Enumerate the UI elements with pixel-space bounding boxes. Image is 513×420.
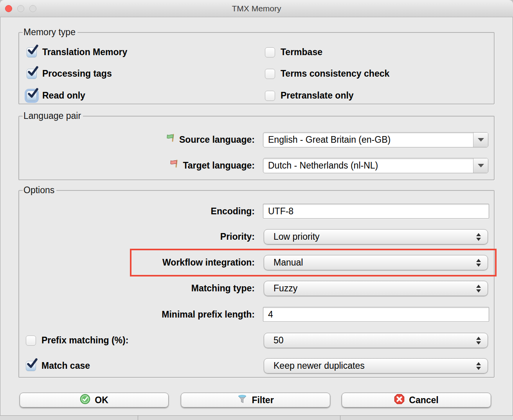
source-language-label: Source language: [179, 135, 255, 145]
stepper-arrows-icon [476, 233, 481, 241]
priority-labelrow: Priority: [220, 229, 255, 244]
checkbox-row-termbase[interactable]: Termbase [265, 47, 322, 57]
window-title: TMX Memory [232, 4, 281, 13]
processing-tags-checkbox[interactable] [27, 69, 37, 79]
processing-tags-label: Processing tags [42, 68, 112, 79]
checkbox-row-read-only[interactable]: Read only [27, 90, 85, 101]
minimal-prefix-length-labelrow: Minimal prefix length: [162, 307, 255, 322]
read-only-checkbox[interactable] [27, 91, 37, 101]
terms-consistency-check-label: Terms consistency check [281, 68, 389, 79]
checkbox-row-translation-memory[interactable]: Translation Memory [27, 47, 127, 57]
matching-type-labelrow: Matching type: [191, 281, 255, 296]
target-language-labelrow: Target language: [169, 158, 255, 173]
ok-button[interactable]: OK [20, 393, 169, 407]
stepper-arrows-icon [476, 362, 481, 370]
close-window-button[interactable] [5, 5, 12, 12]
prefix-matching-label: Prefix matching (%): [41, 335, 128, 346]
match-case-checkbox[interactable] [26, 361, 36, 371]
duplicates-dropdown[interactable]: Keep newer duplicates [264, 358, 488, 373]
target-language-label: Target language: [183, 160, 255, 171]
priority-label: Priority: [220, 232, 255, 242]
green-flag-icon [166, 133, 176, 146]
zoom-window-button [29, 5, 36, 12]
workflow-integration-value: Manual [274, 255, 303, 270]
ok-button-label: OK [95, 395, 108, 406]
prefix-matching-checkbox[interactable] [26, 336, 36, 346]
workflow-integration-label: Workflow integration: [162, 257, 255, 268]
stepper-arrows-icon [476, 337, 481, 345]
priority-value: Low priority [274, 230, 320, 244]
minimize-window-button [17, 5, 24, 12]
checkmark-icon [26, 358, 39, 372]
source-language-dropdown-button[interactable] [473, 133, 488, 147]
filter-button[interactable]: Filter [181, 393, 330, 407]
window-edge-tick [340, 416, 340, 420]
prefix-matching-dropdown[interactable]: 50 [264, 333, 488, 348]
encoding-input[interactable] [263, 204, 489, 219]
stepper-arrows-icon [476, 259, 481, 267]
source-language-combobox[interactable]: English - Great Britain (en-GB) [263, 132, 488, 147]
ok-check-icon [80, 394, 90, 407]
red-flag-icon [169, 159, 179, 172]
window-bottom-edge [0, 415, 513, 420]
termbase-label: Termbase [281, 47, 322, 57]
checkmark-icon [27, 44, 40, 58]
workflow-integration-dropdown[interactable]: Manual [264, 255, 488, 270]
source-language-value: English - Great Britain (en-GB) [268, 133, 391, 147]
minimal-prefix-length-input[interactable] [263, 307, 489, 322]
minimal-prefix-length-label: Minimal prefix length: [162, 309, 255, 320]
chevron-down-icon [478, 164, 484, 167]
checkmark-icon [27, 66, 40, 80]
checkbox-row-match-case[interactable]: Match case [26, 361, 90, 371]
cancel-x-icon [394, 394, 405, 407]
pretranslate-only-label: Pretranslate only [281, 90, 354, 101]
duplicates-value: Keep newer duplicates [274, 359, 365, 373]
cancel-button-label: Cancel [409, 395, 438, 406]
options-group-title: Options [23, 185, 56, 195]
checkbox-row-prefix-matching[interactable]: Prefix matching (%): [26, 335, 128, 346]
terms-consistency-check-checkbox[interactable] [265, 69, 275, 79]
match-case-label: Match case [41, 361, 90, 371]
translation-memory-checkbox[interactable] [27, 47, 37, 57]
cancel-button[interactable]: Cancel [342, 393, 491, 407]
chevron-down-icon [478, 138, 484, 142]
checkmark-icon [27, 88, 40, 102]
pretranslate-only-checkbox[interactable] [265, 91, 275, 101]
memory-type-group-title: Memory type [23, 27, 77, 37]
checkbox-row-terms-consistency-check[interactable]: Terms consistency check [265, 68, 389, 79]
checkbox-row-pretranslate-only[interactable]: Pretranslate only [265, 90, 354, 101]
prefix-matching-value: 50 [274, 333, 284, 348]
filter-button-label: Filter [252, 395, 274, 406]
checkbox-row-processing-tags[interactable]: Processing tags [27, 68, 112, 79]
window-edge-tick [138, 416, 138, 420]
matching-type-value: Fuzzy [274, 281, 297, 296]
termbase-checkbox[interactable] [265, 47, 275, 57]
priority-dropdown[interactable]: Low priority [264, 229, 488, 244]
target-language-value: Dutch - Netherlands (nl-NL) [268, 158, 378, 173]
target-language-dropdown-button[interactable] [473, 158, 488, 173]
read-only-label: Read only [42, 90, 85, 101]
title-bar[interactable]: TMX Memory [0, 0, 513, 17]
matching-type-dropdown[interactable]: Fuzzy [264, 281, 488, 296]
workflow-integration-labelrow: Workflow integration: [162, 255, 255, 270]
translation-memory-label: Translation Memory [42, 47, 127, 57]
filter-funnel-icon [237, 394, 247, 406]
stepper-arrows-icon [476, 285, 481, 293]
encoding-labelrow: Encoding: [211, 204, 255, 219]
source-language-labelrow: Source language: [166, 132, 255, 147]
encoding-label: Encoding: [211, 206, 255, 217]
language-pair-group-title: Language pair [23, 111, 83, 121]
target-language-combobox[interactable]: Dutch - Netherlands (nl-NL) [263, 158, 488, 173]
tmx-memory-dialog: TMX Memory Memory type Translation Memor… [0, 0, 513, 420]
matching-type-label: Matching type: [191, 283, 255, 294]
